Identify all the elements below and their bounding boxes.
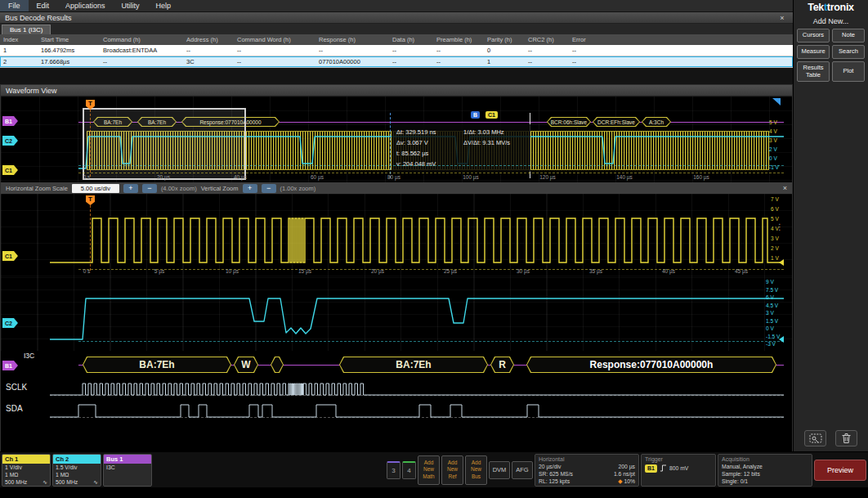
acquisition-panel[interactable]: Acquisition Manual, Analyze Sample: 12 b…: [718, 454, 812, 487]
time-tick-label: 0 s: [83, 174, 91, 180]
bus-decode-segment: W: [234, 357, 258, 373]
zoom-region-box[interactable]: [83, 108, 246, 180]
dvm-button[interactable]: DVM: [489, 461, 510, 479]
time-tick-label: 20 µs: [157, 174, 170, 180]
time-tick-label: 30 µs: [517, 268, 530, 274]
cell: --: [100, 58, 183, 65]
time-tick-label: 40 µs: [662, 268, 675, 274]
results-close-icon[interactable]: ×: [776, 14, 788, 22]
settings-bar: Ch 1 1 V/div 1 MΩ 500 MHz∿ Ch 2 1.5 V/di…: [0, 451, 868, 487]
bus1-zoom-badge[interactable]: B1: [2, 361, 18, 370]
h-zoom-out-button[interactable]: −: [142, 184, 157, 193]
voltage-tick-label: 3 V: [771, 236, 779, 241]
channel-badge-ch2[interactable]: Ch 2 1.5 V/div 1 MΩ 500 MHz∿: [52, 454, 101, 487]
cell: 3C: [183, 58, 234, 65]
overview-graticule: BA:7EhBA:7EhResponse:077010A00000BCR:06h…: [1, 96, 792, 182]
afg-button[interactable]: AFG: [512, 461, 533, 479]
plot-button[interactable]: Plot: [832, 61, 865, 82]
delete-button[interactable]: [835, 430, 857, 446]
column-header: Error: [569, 36, 793, 43]
add-new-bus-button[interactable]: Add New Bus: [465, 455, 487, 485]
v-zoom-out-button[interactable]: −: [262, 184, 276, 193]
note-button[interactable]: Note: [832, 29, 865, 43]
cell: --: [433, 58, 484, 65]
add-new-math-button[interactable]: Add New Math: [418, 455, 440, 485]
tab-bus1-i3c[interactable]: Bus 1 (I3C): [2, 25, 51, 34]
screen-capture-button[interactable]: [804, 430, 826, 446]
h-zoom-label: Horizontal Zoom Scale: [6, 185, 68, 192]
column-header: Data (h): [389, 36, 433, 43]
results-table-body: 1166.4792msBroadcast:ENTDAA----------0--…: [0, 45, 793, 68]
channel-3-button[interactable]: 3: [387, 461, 400, 479]
search-button[interactable]: Search: [832, 45, 865, 59]
table-row[interactable]: 1166.4792msBroadcast:ENTDAA----------0--…: [0, 45, 793, 56]
horizontal-position-icon: [619, 480, 624, 485]
tekscope-app: File Edit Applications Utility Help Tekt…: [0, 0, 868, 498]
cell: --: [525, 47, 569, 54]
time-tick-label: 40 µs: [234, 174, 247, 180]
cell: Broadcast:ENTDAA: [100, 47, 183, 54]
ch1-zoom-waveform: [1, 194, 792, 277]
cell: --: [389, 47, 433, 54]
cell: 17.6668µs: [38, 58, 100, 65]
bus-decode-track: I3C B1 BA:7EhWBA:7EhRResponse:077010A000…: [1, 351, 792, 379]
cursor-c1-badge[interactable]: C1: [485, 111, 498, 119]
voltage-tick-label: 3 V: [769, 137, 777, 143]
menu-item-edit[interactable]: Edit: [29, 0, 58, 11]
h-zoom-in-button[interactable]: +: [123, 184, 138, 193]
zoom-scale-bar: Horizontal Zoom Scale 5.00 us/div + − (4…: [1, 182, 792, 194]
menu-item-help[interactable]: Help: [148, 0, 180, 11]
add-new-ref-button[interactable]: Add New Ref: [441, 455, 463, 485]
trigger-position-line-zoom: [90, 205, 91, 271]
results-panel-header: Bus Decode Results ×: [0, 12, 793, 24]
voltage-tick-label: 2 V: [771, 245, 779, 251]
voltage-tick-label: 6 V: [771, 206, 779, 212]
time-tick-label: 45 µs: [735, 268, 748, 274]
horizontal-panel[interactable]: Horizontal 20 µs/div200 µs SR: 625 MS/s1…: [535, 454, 639, 487]
voltage-tick-label: 7.5 V: [766, 287, 778, 293]
trigger-panel[interactable]: Trigger B1 800 mV: [641, 454, 716, 487]
bus-decode-segment: R: [490, 357, 514, 373]
trigger-level-indicator[interactable]: [772, 98, 781, 105]
hex-label: BCR:06h:Slave: [547, 117, 591, 127]
tektronix-logo: Tekttronix: [808, 2, 854, 13]
menu-item-applications[interactable]: Applications: [57, 0, 114, 11]
channel-badge-ch1[interactable]: Ch 1 1 V/div 1 MΩ 500 MHz∿: [2, 454, 51, 487]
results-panel-title: Bus Decode Results: [5, 14, 72, 22]
add-new-button-grid: Cursors Note Measure Search Results Tabl…: [797, 29, 865, 82]
hex-label: [271, 357, 284, 373]
voltage-tick-label: -1.5 V: [766, 334, 780, 339]
voltage-tick-label: 5 V: [771, 216, 779, 222]
menu-item-file[interactable]: File: [0, 0, 29, 11]
hex-label: Response:077010A00000h: [526, 357, 776, 373]
cursor-a-line[interactable]: [390, 113, 391, 178]
trigger-position-line: [90, 110, 91, 177]
results-table-button[interactable]: Results Table: [797, 61, 830, 82]
v-zoom-in-button[interactable]: +: [243, 184, 257, 193]
hex-label: R: [490, 357, 514, 373]
measure-button[interactable]: Measure: [797, 45, 830, 59]
hex-label: W: [234, 357, 258, 373]
bandwidth-icon: ∿: [43, 478, 47, 486]
results-tab-strip: Bus 1 (I3C): [0, 24, 793, 34]
ch1-zoom-graticule: T C1 ⋮ 0 s5 µs10 µs15 µs20 µs25 µs30 µs3…: [1, 194, 792, 277]
cursor-b-badge[interactable]: B: [471, 111, 480, 119]
channel-4-button[interactable]: 4: [402, 461, 416, 479]
voltage-tick-label: 2 V: [769, 146, 777, 152]
ch1-level-marker[interactable]: [779, 259, 784, 266]
zoom-close-icon[interactable]: ×: [783, 184, 787, 192]
column-header: Response (h): [315, 36, 389, 43]
cell: --: [234, 58, 315, 65]
cursors-button[interactable]: Cursors: [797, 29, 830, 43]
cell: 1: [484, 58, 525, 65]
time-tick-label: 100 µs: [463, 174, 479, 180]
h-zoom-scale-value[interactable]: 5.00 us/div: [72, 184, 119, 193]
ch2-ground-reference: [78, 165, 784, 166]
menu-item-utility[interactable]: Utility: [114, 0, 148, 11]
preview-button[interactable]: Preview: [814, 460, 866, 481]
bus-type-label: I3C: [24, 352, 34, 360]
table-row[interactable]: 217.6668µs--3C--077010A00000----1----: [0, 56, 793, 68]
bus-badge-bus1[interactable]: Bus 1 I3C: [103, 454, 152, 487]
voltage-tick-label: 1 V: [771, 255, 779, 261]
results-table-filler: [0, 68, 793, 84]
